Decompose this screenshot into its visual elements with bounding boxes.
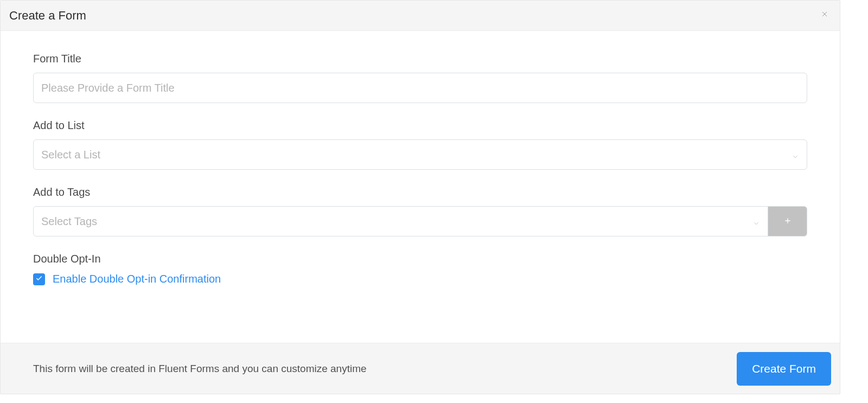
dialog-footer: This form will be created in Fluent Form…: [1, 343, 840, 394]
create-form-button[interactable]: Create Form: [737, 352, 831, 386]
double-optin-checkbox-row[interactable]: Enable Double Opt-in Confirmation: [33, 273, 807, 285]
dialog-body: Form Title Add to List Select a List Add…: [1, 31, 840, 343]
chevron-down-icon: [752, 218, 760, 225]
form-title-group: Form Title: [33, 53, 807, 103]
double-optin-label: Double Opt-In: [33, 253, 807, 265]
tags-select-placeholder: Select Tags: [41, 215, 97, 228]
add-tag-button[interactable]: [768, 206, 807, 236]
check-icon: [35, 274, 43, 284]
list-select-placeholder: Select a List: [41, 149, 100, 161]
form-title-label: Form Title: [33, 53, 807, 65]
close-button[interactable]: [818, 9, 831, 22]
dialog-header: Create a Form: [1, 1, 840, 31]
add-to-tags-group: Add to Tags Select Tags: [33, 186, 807, 236]
add-to-tags-label: Add to Tags: [33, 186, 807, 199]
add-to-list-group: Add to List Select a List: [33, 119, 807, 170]
add-to-list-label: Add to List: [33, 119, 807, 132]
footer-note: This form will be created in Fluent Form…: [33, 363, 367, 375]
create-form-dialog: Create a Form Form Title Add to List Sel…: [0, 0, 840, 394]
double-optin-checkbox: [33, 273, 45, 285]
plus-icon: [783, 215, 792, 227]
list-select[interactable]: Select a List: [33, 139, 807, 170]
tags-select[interactable]: Select Tags: [33, 206, 768, 236]
double-optin-group: Double Opt-In Enable Double Opt-in Confi…: [33, 253, 807, 285]
double-optin-checkbox-label: Enable Double Opt-in Confirmation: [53, 273, 221, 285]
close-icon: [820, 10, 829, 21]
form-title-input[interactable]: [33, 73, 807, 103]
chevron-down-icon: [792, 151, 799, 158]
dialog-title: Create a Form: [9, 9, 86, 23]
